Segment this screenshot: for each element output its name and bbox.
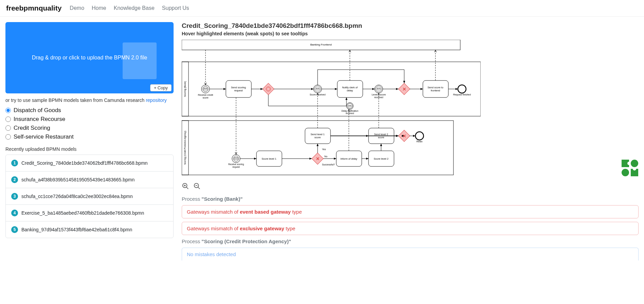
list-badge: 4 bbox=[11, 210, 18, 216]
process2-heading: Process "Scoring (Credit Protection Agen… bbox=[182, 238, 639, 244]
process2-prefix: Process bbox=[182, 238, 201, 244]
dropzone-preview-ghost bbox=[123, 42, 157, 79]
nav-support[interactable]: Support Us bbox=[162, 5, 189, 11]
gateway-event-based-weak[interactable] bbox=[263, 83, 274, 95]
process1-name: "Scoring (Bank)" bbox=[201, 196, 243, 202]
nav-kb[interactable]: Knowledge Base bbox=[114, 5, 155, 11]
sample-insurance-radio[interactable] bbox=[5, 117, 11, 122]
sample-insurance-label: Insurance Recourse bbox=[14, 116, 65, 123]
plus-icon: + bbox=[154, 85, 157, 90]
x-icon: ✕ bbox=[402, 133, 406, 139]
task-inform-delay-label: Inform of delay bbox=[340, 157, 357, 160]
svg-text:received: received bbox=[346, 112, 354, 114]
list-item[interactable]: 3 schufa_cc1cce726da04f8ca0c2ee3002ec84e… bbox=[6, 188, 173, 205]
svg-text:score: score bbox=[202, 96, 208, 99]
copy-button-label: Copy bbox=[158, 85, 168, 90]
task-notify-clerk-label: Notify clerk of bbox=[342, 86, 358, 89]
alert-text-strong: exclusive gateway bbox=[240, 226, 284, 231]
svg-text:score: score bbox=[378, 136, 384, 139]
list-item-name: schufa_cc1cce726da04f8ca0c2ee3002ec84ea.… bbox=[21, 194, 133, 199]
alert-event-gateway[interactable]: Gateways mismatch of event based gateway… bbox=[182, 205, 639, 218]
list-badge: 5 bbox=[11, 226, 18, 233]
sample-dispatch[interactable]: Dispatch of Goods bbox=[5, 107, 174, 114]
list-item[interactable]: 5 Banking_97d94af1573f443fbf6ae42eba61c8… bbox=[6, 221, 173, 238]
task-send-l1-label: Send level 1 bbox=[310, 133, 324, 136]
alert-text-pre: Gateways mismatch of bbox=[187, 209, 240, 215]
list-item-name: Banking_97d94af1573f443fbf6ae42eba61c8f4… bbox=[21, 227, 132, 232]
sample-insurance[interactable]: Insurance Recourse bbox=[5, 116, 174, 123]
list-item-name: Exercise_5_ba1485aebed7460fbb21dade8e766… bbox=[21, 210, 144, 216]
list-badge: 2 bbox=[11, 176, 18, 183]
sample-credit[interactable]: Credit Scoring bbox=[5, 125, 174, 131]
end-event-2 bbox=[415, 132, 424, 140]
svg-point-47 bbox=[622, 169, 629, 176]
task-score-l1-label: Score level 1 bbox=[262, 157, 276, 160]
start-event-2-label: Receive scoring bbox=[228, 163, 244, 166]
end-event-2-label: Relax bbox=[416, 140, 423, 143]
recent-heading: Recently uploaded BPMN models bbox=[5, 146, 174, 152]
svg-point-49 bbox=[627, 162, 631, 165]
sample-radio-list: Dispatch of Goods Insurance Recourse Cre… bbox=[5, 107, 174, 140]
svg-line-39 bbox=[186, 187, 189, 189]
alert-exclusive-gateway[interactable]: Gateways mismatch of exclusive gateway t… bbox=[182, 222, 639, 235]
sample-subtext: or try to use sample BPMN models taken f… bbox=[5, 97, 174, 103]
svg-line-43 bbox=[198, 187, 200, 189]
list-item-name: schufa_a4f38b939b51458195055439e1483665.… bbox=[21, 177, 135, 182]
recent-list[interactable]: 1 Credit_Scoring_7840de1bde374062bdf1fff… bbox=[5, 155, 174, 238]
list-item[interactable]: 4 Exercise_5_ba1485aebed7460fbb21dade8e7… bbox=[6, 205, 173, 221]
task-score-l2-label: Score level 2 bbox=[374, 157, 388, 160]
list-item-name: Credit_Scoring_7840de1bde374062bdf1fff47… bbox=[21, 160, 148, 166]
list-badge: 3 bbox=[11, 193, 18, 200]
svg-point-46 bbox=[631, 160, 638, 167]
zoom-out-icon[interactable] bbox=[193, 182, 201, 190]
gw-question: Successful? bbox=[322, 163, 335, 166]
pool-bank-label: Scoring (Bank) bbox=[184, 81, 186, 97]
end-event-label: Request finished bbox=[453, 93, 471, 96]
gw-yes: Yes bbox=[322, 148, 326, 150]
repository-link[interactable]: repository bbox=[146, 97, 166, 103]
end-event bbox=[458, 85, 466, 93]
sample-subtext-prefix: or try to use sample BPMN models taken f… bbox=[5, 97, 146, 103]
sample-credit-radio[interactable] bbox=[5, 125, 11, 131]
process2-name: "Scoring (Credit Protection Agency)" bbox=[201, 238, 291, 244]
sample-dispatch-radio[interactable] bbox=[5, 108, 11, 113]
navbar: freebpmnquality Demo Home Knowledge Base… bbox=[0, 0, 644, 17]
task-send-score-label: Send score to bbox=[428, 86, 443, 89]
list-item[interactable]: 2 schufa_a4f38b939b51458195055439e148366… bbox=[6, 172, 173, 188]
alert-text-post: type bbox=[284, 226, 296, 231]
sample-restaurant-label: Self-service Restaurant bbox=[14, 133, 74, 140]
brand[interactable]: freebpmnquality bbox=[6, 4, 61, 12]
sample-dispatch-label: Dispatch of Goods bbox=[14, 107, 61, 114]
upload-dropzone[interactable]: Drag & drop or click to upload the BPMN … bbox=[5, 22, 174, 93]
alert-no-mistakes[interactable]: No mistakes detected bbox=[182, 248, 639, 261]
copy-button[interactable]: + Copy bbox=[150, 84, 172, 91]
list-badge: 1 bbox=[11, 160, 18, 166]
sample-restaurant-radio[interactable] bbox=[5, 134, 11, 140]
nav-home[interactable]: Home bbox=[92, 5, 106, 11]
list-item[interactable]: 1 Credit_Scoring_7840de1bde374062bdf1fff… bbox=[6, 155, 173, 172]
svg-text:score: score bbox=[315, 136, 321, 139]
alert-text-strong: event based gateway bbox=[240, 209, 291, 215]
hover-hint: Hover highlighted elements (weak spots) … bbox=[182, 31, 639, 36]
zoom-in-icon[interactable] bbox=[182, 182, 189, 190]
svg-point-50 bbox=[633, 167, 636, 171]
alert-text-pre: Gateways mismatch of bbox=[187, 226, 240, 231]
x-icon: ✕ bbox=[316, 156, 320, 161]
zoom-controls bbox=[182, 182, 639, 190]
alert-no-mistakes-text: No mistakes detected bbox=[187, 251, 236, 257]
task-send-l2-label: Send level 2 bbox=[374, 133, 388, 136]
pool-frontend-label: Banking Frontend bbox=[310, 43, 332, 46]
task-send-scoring-label: Send scoring bbox=[231, 86, 246, 89]
svg-text:delay: delay bbox=[347, 89, 353, 92]
puzzle-icon[interactable] bbox=[622, 160, 639, 177]
process1-heading: Process "Scoring (Bank)" bbox=[182, 196, 639, 202]
alert-text-post: type bbox=[291, 209, 302, 215]
svg-text:request: request bbox=[232, 166, 240, 168]
x-icon: ✕ bbox=[402, 87, 406, 92]
catch-delay bbox=[346, 103, 353, 109]
sample-restaurant[interactable]: Self-service Restaurant bbox=[5, 133, 174, 140]
nav-demo[interactable]: Demo bbox=[70, 5, 84, 11]
start-event-label: Receive credit bbox=[198, 94, 213, 96]
bpmn-diagram[interactable]: Banking Frontend Scoring (Bank) Receive … bbox=[182, 40, 481, 179]
pool-agency-label: Scoring (Credit Protection Agency) bbox=[184, 131, 186, 165]
